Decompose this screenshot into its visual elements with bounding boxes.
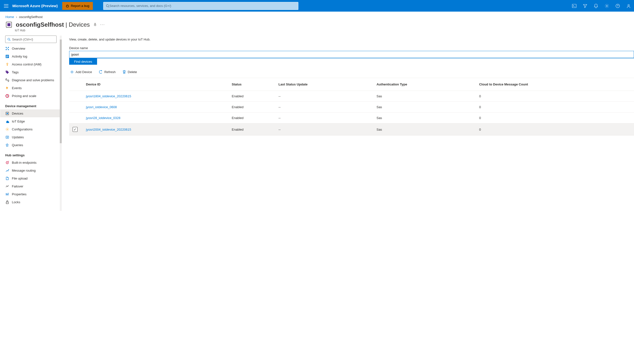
tags-icon bbox=[5, 70, 9, 74]
row-check[interactable] bbox=[69, 91, 84, 102]
help-icon bbox=[616, 4, 620, 8]
col-header[interactable]: Last Status Update bbox=[276, 78, 374, 91]
help-button[interactable] bbox=[612, 0, 623, 12]
feedback-button[interactable] bbox=[623, 0, 634, 12]
sidebar-item-built-in-endpoints[interactable]: Built-in endpoints bbox=[0, 158, 62, 166]
person-icon bbox=[626, 4, 631, 8]
sidebar-search[interactable] bbox=[5, 36, 56, 43]
upload-icon bbox=[5, 176, 9, 180]
sidebar-item-message-routing[interactable]: Message routing bbox=[0, 166, 62, 174]
main: View, create, delete, and update devices… bbox=[62, 36, 634, 211]
topbar-right bbox=[569, 0, 634, 12]
svg-point-5 bbox=[618, 7, 618, 7]
sidebar-item-label: IoT Edge bbox=[12, 120, 25, 123]
sidebar-item-label: Diagnose and solve problems bbox=[12, 78, 54, 82]
sidebar-item-label: Updates bbox=[12, 135, 24, 139]
device-id-link[interactable]: jyosri2004_iotdevice_20220615 bbox=[84, 124, 230, 136]
row-check[interactable]: ✓ bbox=[69, 124, 84, 136]
sidebar-item-iot-edge[interactable]: IoT Edge bbox=[0, 117, 62, 125]
sidebar-item-updates[interactable]: Updates bbox=[0, 133, 62, 141]
table-row[interactable]: jyosri28_iotdevice_0328Enabled--Sas0 bbox=[69, 112, 634, 124]
sidebar-search-input[interactable] bbox=[12, 38, 54, 41]
breadcrumb-current[interactable]: osconfigSelfhost bbox=[19, 15, 42, 19]
svg-point-26 bbox=[7, 162, 8, 163]
svg-rect-15 bbox=[6, 56, 8, 56]
cell-status: Enabled bbox=[230, 102, 276, 112]
sidebar-item-events[interactable]: Events bbox=[0, 84, 62, 92]
config-icon bbox=[5, 127, 9, 131]
sidebar-item-overview[interactable]: Overview bbox=[0, 44, 62, 52]
cell-auth: Sas bbox=[374, 124, 477, 136]
sidebar-item-access-control-iam-[interactable]: Access control (IAM) bbox=[0, 60, 62, 68]
global-search[interactable] bbox=[103, 2, 298, 10]
device-id-link[interactable]: jyosri_iotdevice_0608 bbox=[84, 102, 230, 112]
svg-rect-30 bbox=[8, 193, 8, 195]
sidebar-item-tags[interactable]: Tags bbox=[0, 68, 62, 76]
global-search-input[interactable] bbox=[110, 4, 296, 8]
breadcrumb: Home › osconfigSelfhost bbox=[0, 12, 634, 21]
sidebar-item-properties[interactable]: Properties bbox=[0, 190, 62, 198]
breadcrumb-home[interactable]: Home bbox=[6, 15, 14, 19]
title-row: osconfigSelfhost | Devices ··· bbox=[0, 21, 634, 30]
sidebar-item-failover[interactable]: Failover bbox=[0, 182, 62, 190]
sidebar-item-activity-log[interactable]: Activity log bbox=[0, 52, 62, 60]
table-row[interactable]: jyosri_iotdevice_0608Enabled--Sas0 bbox=[69, 102, 634, 112]
svg-rect-2 bbox=[572, 4, 576, 8]
find-devices-button[interactable]: Find devices bbox=[69, 58, 97, 65]
directories-button[interactable] bbox=[580, 0, 590, 12]
sidebar-item-locks[interactable]: Locks bbox=[0, 198, 62, 206]
bug-icon bbox=[66, 4, 69, 8]
hamburger-menu[interactable] bbox=[0, 0, 12, 12]
refresh-button[interactable]: Refresh bbox=[98, 70, 116, 74]
more-button[interactable]: ··· bbox=[100, 22, 105, 27]
pin-button[interactable] bbox=[93, 23, 97, 26]
sidebar-item-label: Tags bbox=[12, 70, 18, 74]
devices-icon bbox=[5, 111, 9, 115]
sidebar-scrollbar[interactable] bbox=[60, 36, 62, 211]
cloud-shell-button[interactable] bbox=[569, 0, 580, 12]
pin-icon bbox=[93, 23, 97, 26]
settings-button[interactable] bbox=[602, 0, 612, 12]
device-id-link[interactable]: jyosri28_iotdevice_0328 bbox=[84, 112, 230, 124]
col-header[interactable]: Device ID bbox=[84, 78, 230, 91]
sidebar-item-label: Devices bbox=[12, 112, 23, 115]
notifications-button[interactable] bbox=[590, 0, 602, 12]
sidebar-item-label: Overview bbox=[12, 47, 25, 50]
sidebar-item-label: Locks bbox=[12, 200, 20, 204]
overview-icon bbox=[5, 46, 9, 50]
cell-update: -- bbox=[276, 112, 374, 124]
svg-point-1 bbox=[106, 4, 108, 7]
sidebar-item-diagnose-and-solve-problems[interactable]: Diagnose and solve problems bbox=[0, 76, 62, 84]
add-device-button[interactable]: Add Device bbox=[69, 70, 93, 74]
cell-count: 0 bbox=[477, 112, 634, 124]
svg-rect-28 bbox=[6, 193, 6, 195]
sidebar-item-label: Built-in endpoints bbox=[12, 161, 36, 164]
devices-table: Device IDStatusLast Status UpdateAuthent… bbox=[69, 78, 634, 136]
sidebar-item-queries[interactable]: Queries bbox=[0, 141, 62, 149]
row-check[interactable] bbox=[69, 102, 84, 112]
sidebar-item-configurations[interactable]: Configurations bbox=[0, 125, 62, 133]
sidebar-group-device: Device management bbox=[0, 100, 62, 110]
row-check[interactable] bbox=[69, 112, 84, 124]
hamburger-icon bbox=[4, 4, 8, 8]
device-name-input[interactable] bbox=[69, 51, 634, 58]
delete-button[interactable]: Delete bbox=[122, 70, 138, 74]
col-header[interactable]: Cloud to Device Message Count bbox=[477, 78, 634, 91]
col-header[interactable]: Authentication Type bbox=[374, 78, 477, 91]
device-id-link[interactable]: jyosri1804_iotdevice_20220615 bbox=[84, 91, 230, 102]
sidebar-item-label: Pricing and scale bbox=[12, 94, 36, 98]
table-row[interactable]: ✓jyosri2004_iotdevice_20220615Enabled--S… bbox=[69, 124, 634, 136]
report-bug-button[interactable]: Report a bug bbox=[62, 2, 93, 10]
access-icon bbox=[5, 62, 9, 66]
brand-name[interactable]: Microsoft Azure (Preview) bbox=[12, 4, 62, 8]
sidebar-item-devices[interactable]: Devices bbox=[0, 110, 62, 117]
table-row[interactable]: jyosri1804_iotdevice_20220615Enabled--Sa… bbox=[69, 91, 634, 102]
filter-icon bbox=[583, 4, 587, 8]
sidebar-item-label: Failover bbox=[12, 184, 23, 188]
search-icon bbox=[8, 38, 10, 41]
sidebar-item-pricing-and-scale[interactable]: Pricing and scale bbox=[0, 92, 62, 100]
cell-count: 0 bbox=[477, 91, 634, 102]
col-header[interactable]: Status bbox=[230, 78, 276, 91]
sidebar-item-file-upload[interactable]: File upload bbox=[0, 174, 62, 182]
checkbox[interactable]: ✓ bbox=[72, 127, 78, 132]
